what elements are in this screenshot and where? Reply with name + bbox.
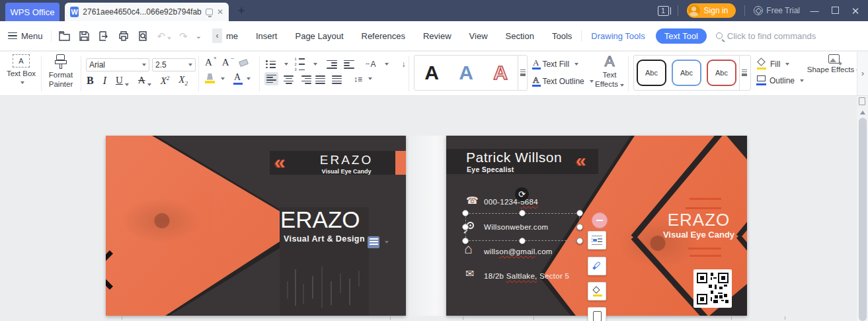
tab-view[interactable]: View (469, 31, 488, 41)
shape-style-red[interactable]: Abc (707, 60, 736, 86)
page-fit-icon[interactable] (859, 97, 865, 105)
gallery-more-button[interactable] (518, 56, 527, 90)
document-tab[interactable]: W 2761aee4650c4...066e92b794fab ✕ (65, 3, 229, 21)
quick-fill-button[interactable] (588, 282, 606, 300)
resize-handle-n[interactable] (519, 210, 526, 216)
tab-tools[interactable]: Tools (552, 31, 572, 41)
shape-fill-button[interactable]: Fill (756, 58, 789, 69)
strikethrough-button[interactable]: A (138, 75, 151, 86)
sort-button[interactable]: ↓ (402, 60, 406, 69)
dropdown-arrow-icon[interactable] (385, 241, 389, 244)
vertical-scrollbar[interactable] (857, 96, 868, 321)
resize-handle-sw[interactable] (462, 238, 469, 244)
free-trial-button[interactable]: Free Trial (754, 6, 800, 15)
resize-handle-s[interactable] (519, 238, 526, 244)
export-pdf-icon[interactable] (98, 30, 110, 42)
tab-scroll-left-button[interactable]: ‹ (212, 28, 222, 43)
clear-formatting-icon[interactable] (239, 59, 249, 67)
subscript-button[interactable]: X2 (178, 74, 188, 87)
maximize-button[interactable] (829, 7, 841, 15)
italic-button[interactable]: I (103, 75, 106, 87)
tab-drawing-tools[interactable]: Drawing Tools (591, 31, 645, 41)
tab-insert[interactable]: Insert (256, 31, 278, 41)
new-tab-button[interactable]: + (238, 4, 245, 17)
align-left-button-selected[interactable] (264, 72, 278, 85)
gallery-more-button[interactable] (739, 56, 748, 90)
decrease-indent-icon[interactable] (327, 60, 337, 69)
justify-button[interactable] (315, 75, 328, 84)
minimize-button[interactable]: — (809, 7, 820, 15)
increase-indent-icon[interactable] (344, 60, 354, 69)
format-painter-button[interactable]: Format Painter (42, 54, 79, 89)
decrease-font-size-button[interactable]: A– (222, 57, 229, 68)
scroll-up-arrow[interactable] (860, 111, 865, 115)
save-icon[interactable] (79, 30, 90, 42)
card-back-brand[interactable]: ERAZO (300, 153, 393, 167)
resize-handle-se[interactable] (576, 238, 583, 244)
print-preview-icon[interactable] (138, 30, 149, 42)
card-back-subtitle[interactable]: Visual Art & Design (280, 234, 369, 244)
shape-style-black[interactable]: Abc (637, 60, 666, 86)
wordart-style-blue[interactable]: A (449, 63, 483, 83)
bold-button[interactable]: B (87, 75, 94, 87)
resize-handle-w[interactable] (462, 224, 469, 230)
tab-review[interactable]: Review (423, 31, 452, 41)
open-file-icon[interactable] (58, 30, 71, 42)
present-monitor-icon[interactable] (206, 9, 213, 15)
close-tab-icon[interactable]: ✕ (217, 8, 223, 16)
increase-font-size-button[interactable]: A+ (205, 57, 212, 68)
tab-home[interactable]: me (226, 31, 238, 41)
line-spacing-button[interactable]: ↕≡ (354, 75, 362, 84)
card-back-header-band[interactable]: « ERAZO Visual Eye Candy (270, 151, 406, 175)
card-back-brand-tagline[interactable]: Visual Eye Candy (300, 168, 393, 175)
resize-handle-e[interactable] (576, 224, 583, 230)
layout-options-icon[interactable] (368, 236, 379, 248)
tab-references[interactable]: References (362, 31, 405, 41)
font-size-combobox[interactable]: 2.5 (152, 58, 196, 71)
font-color-button[interactable]: A (234, 73, 241, 85)
align-right-button[interactable] (299, 75, 311, 84)
font-name-combobox[interactable]: Arial (86, 58, 149, 71)
shape-effects-button[interactable]: Shape Effects (803, 54, 864, 73)
text-fill-button[interactable]: A Text Fill (533, 58, 578, 69)
contact-phone[interactable]: 000-1234-5684 (484, 198, 538, 206)
tab-section[interactable]: Section (506, 31, 534, 41)
resize-handle-ne[interactable] (576, 210, 583, 216)
contact-address[interactable]: 18/2b Saltlake, Sector 5 (484, 272, 569, 280)
document-canvas[interactable]: « ERAZO Visual Eye Candy ERAZO Visual Ar… (0, 96, 868, 321)
text-effects-button[interactable]: A Text Effects (592, 54, 627, 89)
tab-text-tool-active[interactable]: Text Tool (656, 28, 707, 44)
character-scale-button[interactable]: ↔A (365, 60, 376, 69)
text-outline-button[interactable]: A Text Outline (533, 75, 594, 87)
highlight-color-button[interactable] (205, 73, 215, 85)
contact-email[interactable]: willson@gmail.com (484, 248, 553, 255)
wps-office-menu-button[interactable]: WPS Office (5, 3, 59, 21)
bullets-button[interactable] (266, 60, 276, 68)
sign-in-button[interactable]: Sign in (687, 3, 736, 18)
contact-role[interactable]: Eye Specalist (467, 165, 514, 173)
quick-outline-button[interactable] (588, 307, 606, 321)
card-back-title[interactable]: ERAZO (280, 208, 360, 231)
card-front-header-band[interactable]: Patrick Willson Eye Specalist « (446, 149, 598, 174)
card-front-brand[interactable]: ERAZO (652, 210, 745, 230)
numbering-button[interactable]: 123 (295, 57, 305, 71)
redo-button[interactable]: ↷ (179, 31, 188, 41)
shape-style-blue[interactable]: Abc (672, 60, 701, 86)
wordart-style-red-outline[interactable]: A (483, 63, 518, 83)
rotate-handle[interactable]: ⟳ (515, 187, 529, 201)
align-center-button[interactable] (282, 75, 295, 84)
scrollbar-thumb[interactable] (859, 118, 867, 321)
business-card-back[interactable]: « ERAZO Visual Eye Candy ERAZO Visual Ar… (106, 136, 406, 316)
window-list-icon[interactable]: 1 (658, 6, 669, 16)
ribbon-expand-button[interactable]: › (857, 52, 868, 95)
tab-page-layout[interactable]: Page Layout (295, 31, 343, 41)
text-wrap-button[interactable] (588, 231, 606, 250)
wordart-style-black[interactable]: A (414, 63, 449, 83)
format-brush-button[interactable] (588, 257, 606, 275)
contact-name[interactable]: Patrick Willson (466, 150, 562, 165)
resize-handle-nw[interactable] (462, 210, 469, 216)
main-menu-button[interactable]: Menu (0, 31, 51, 41)
close-window-button[interactable]: ✕ (849, 6, 861, 16)
text-box-button[interactable]: A Text Box (4, 54, 38, 85)
shape-outline-button[interactable]: Outline (756, 75, 804, 86)
